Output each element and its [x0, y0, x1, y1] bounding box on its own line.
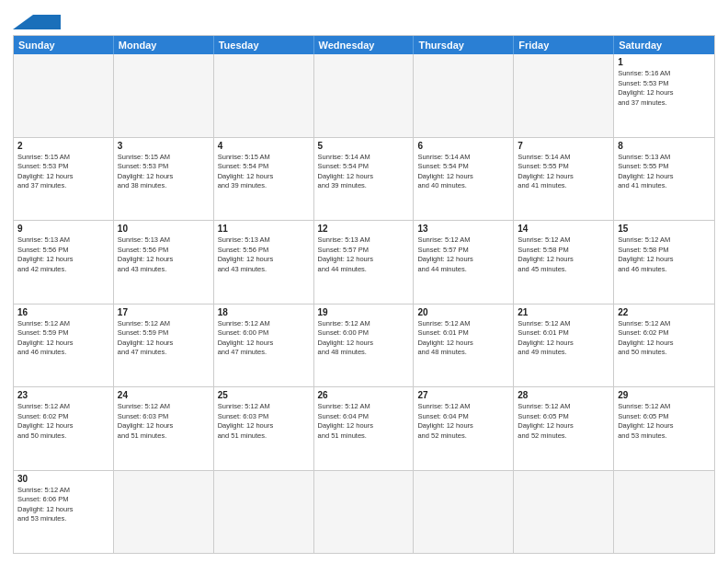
calendar-cell: 10Sunrise: 5:13 AM Sunset: 5:56 PM Dayli… — [114, 221, 214, 304]
day-number: 11 — [218, 224, 310, 234]
calendar-cell: 19Sunrise: 5:12 AM Sunset: 6:00 PM Dayli… — [314, 304, 415, 387]
calendar-cell — [114, 471, 214, 554]
day-info: Sunrise: 5:12 AM Sunset: 6:06 PM Dayligh… — [17, 486, 109, 524]
day-info: Sunrise: 5:15 AM Sunset: 5:53 PM Dayligh… — [118, 153, 210, 191]
calendar-cell: 27Sunrise: 5:12 AM Sunset: 6:04 PM Dayli… — [414, 387, 514, 470]
calendar-cell: 3Sunrise: 5:15 AM Sunset: 5:53 PM Daylig… — [114, 138, 214, 221]
day-info: Sunrise: 5:15 AM Sunset: 5:53 PM Dayligh… — [17, 153, 109, 191]
calendar-cell: 4Sunrise: 5:15 AM Sunset: 5:54 PM Daylig… — [214, 138, 314, 221]
day-number: 7 — [518, 141, 609, 151]
day-info: Sunrise: 5:12 AM Sunset: 6:03 PM Dayligh… — [218, 402, 310, 441]
calendar-cell: 12Sunrise: 5:13 AM Sunset: 5:57 PM Dayli… — [314, 221, 415, 304]
day-number: 12 — [318, 224, 410, 234]
day-number: 26 — [318, 390, 410, 400]
day-info: Sunrise: 5:14 AM Sunset: 5:54 PM Dayligh… — [417, 153, 509, 191]
calendar-cell — [314, 54, 415, 137]
calendar-cell: 14Sunrise: 5:12 AM Sunset: 5:58 PM Dayli… — [514, 221, 614, 304]
calendar-cell: 2Sunrise: 5:15 AM Sunset: 5:53 PM Daylig… — [14, 138, 114, 221]
calendar-cell — [414, 54, 514, 137]
calendar-cell — [114, 54, 214, 137]
calendar-cell: 21Sunrise: 5:12 AM Sunset: 6:01 PM Dayli… — [514, 304, 614, 387]
day-info: Sunrise: 5:12 AM Sunset: 6:05 PM Dayligh… — [518, 402, 609, 441]
day-info: Sunrise: 5:16 AM Sunset: 5:53 PM Dayligh… — [618, 69, 711, 108]
day-number: 18 — [218, 307, 310, 317]
day-number: 17 — [118, 307, 210, 317]
calendar-cell — [14, 54, 114, 137]
calendar-cell: 18Sunrise: 5:12 AM Sunset: 6:00 PM Dayli… — [214, 304, 314, 387]
day-info: Sunrise: 5:12 AM Sunset: 6:04 PM Dayligh… — [318, 402, 410, 441]
calendar-cell — [614, 471, 714, 554]
day-info: Sunrise: 5:13 AM Sunset: 5:56 PM Dayligh… — [218, 236, 310, 274]
day-number: 19 — [318, 307, 410, 317]
calendar-body: 1Sunrise: 5:16 AM Sunset: 5:53 PM Daylig… — [14, 54, 714, 553]
calendar-cell: 15Sunrise: 5:12 AM Sunset: 5:58 PM Dayli… — [614, 221, 714, 304]
day-number: 6 — [417, 141, 509, 151]
day-number: 27 — [417, 390, 509, 400]
day-number: 10 — [118, 224, 210, 234]
calendar-cell — [414, 471, 514, 554]
day-number: 5 — [318, 141, 410, 151]
day-number: 28 — [518, 390, 609, 400]
day-info: Sunrise: 5:12 AM Sunset: 6:00 PM Dayligh… — [318, 319, 410, 358]
day-info: Sunrise: 5:13 AM Sunset: 5:55 PM Dayligh… — [618, 153, 711, 191]
day-info: Sunrise: 5:12 AM Sunset: 6:04 PM Dayligh… — [417, 402, 509, 441]
day-number: 30 — [17, 474, 109, 484]
day-info: Sunrise: 5:15 AM Sunset: 5:54 PM Dayligh… — [218, 153, 310, 191]
day-info: Sunrise: 5:12 AM Sunset: 5:59 PM Dayligh… — [17, 319, 109, 358]
calendar-row-1: 2Sunrise: 5:15 AM Sunset: 5:53 PM Daylig… — [14, 138, 714, 222]
day-info: Sunrise: 5:12 AM Sunset: 5:57 PM Dayligh… — [417, 236, 509, 274]
calendar-cell: 17Sunrise: 5:12 AM Sunset: 5:59 PM Dayli… — [114, 304, 214, 387]
day-info: Sunrise: 5:13 AM Sunset: 5:57 PM Dayligh… — [318, 236, 410, 274]
day-info: Sunrise: 5:12 AM Sunset: 6:02 PM Dayligh… — [618, 319, 711, 358]
calendar-row-3: 16Sunrise: 5:12 AM Sunset: 5:59 PM Dayli… — [14, 304, 714, 388]
calendar-cell: 24Sunrise: 5:12 AM Sunset: 6:03 PM Dayli… — [114, 387, 214, 470]
calendar-cell — [214, 54, 314, 137]
day-number: 29 — [618, 390, 711, 400]
calendar-cell: 30Sunrise: 5:12 AM Sunset: 6:06 PM Dayli… — [14, 471, 114, 554]
calendar-header: SundayMondayTuesdayWednesdayThursdayFrid… — [14, 36, 714, 54]
calendar-cell: 23Sunrise: 5:12 AM Sunset: 6:02 PM Dayli… — [14, 387, 114, 470]
day-number: 4 — [218, 141, 310, 151]
logo-bar — [33, 15, 61, 29]
day-number: 2 — [17, 141, 109, 151]
day-number: 13 — [417, 224, 509, 234]
day-number: 16 — [17, 307, 109, 317]
calendar-cell: 8Sunrise: 5:13 AM Sunset: 5:55 PM Daylig… — [614, 138, 714, 221]
day-number: 24 — [118, 390, 210, 400]
header-day-sunday: Sunday — [14, 36, 114, 54]
calendar-cell: 9Sunrise: 5:13 AM Sunset: 5:56 PM Daylig… — [14, 221, 114, 304]
day-number: 14 — [518, 224, 609, 234]
logo — [13, 9, 61, 29]
day-info: Sunrise: 5:14 AM Sunset: 5:55 PM Dayligh… — [518, 153, 609, 191]
calendar-cell: 26Sunrise: 5:12 AM Sunset: 6:04 PM Dayli… — [314, 387, 415, 470]
calendar-cell: 5Sunrise: 5:14 AM Sunset: 5:54 PM Daylig… — [314, 138, 415, 221]
calendar-cell — [214, 471, 314, 554]
day-info: Sunrise: 5:12 AM Sunset: 6:01 PM Dayligh… — [417, 319, 509, 358]
header-day-thursday: Thursday — [414, 36, 514, 54]
calendar-row-5: 30Sunrise: 5:12 AM Sunset: 6:06 PM Dayli… — [14, 471, 714, 554]
calendar-cell: 13Sunrise: 5:12 AM Sunset: 5:57 PM Dayli… — [414, 221, 514, 304]
page: SundayMondayTuesdayWednesdayThursdayFrid… — [0, 0, 728, 563]
calendar-cell: 25Sunrise: 5:12 AM Sunset: 6:03 PM Dayli… — [214, 387, 314, 470]
calendar-cell: 1Sunrise: 5:16 AM Sunset: 5:53 PM Daylig… — [614, 54, 714, 137]
calendar-cell: 20Sunrise: 5:12 AM Sunset: 6:01 PM Dayli… — [414, 304, 514, 387]
calendar-cell: 29Sunrise: 5:12 AM Sunset: 6:05 PM Dayli… — [614, 387, 714, 470]
day-number: 20 — [417, 307, 509, 317]
calendar-cell: 6Sunrise: 5:14 AM Sunset: 5:54 PM Daylig… — [414, 138, 514, 221]
day-number: 22 — [618, 307, 711, 317]
calendar-row-0: 1Sunrise: 5:16 AM Sunset: 5:53 PM Daylig… — [14, 54, 714, 138]
header-day-friday: Friday — [514, 36, 614, 54]
day-number: 23 — [17, 390, 109, 400]
calendar-cell: 16Sunrise: 5:12 AM Sunset: 5:59 PM Dayli… — [14, 304, 114, 387]
day-info: Sunrise: 5:12 AM Sunset: 5:58 PM Dayligh… — [518, 236, 609, 274]
calendar-cell — [514, 54, 614, 137]
day-info: Sunrise: 5:12 AM Sunset: 6:02 PM Dayligh… — [17, 402, 109, 441]
header-day-monday: Monday — [114, 36, 214, 54]
calendar-cell — [514, 471, 614, 554]
header-day-saturday: Saturday — [614, 36, 714, 54]
day-number: 15 — [618, 224, 711, 234]
day-info: Sunrise: 5:12 AM Sunset: 5:58 PM Dayligh… — [618, 236, 711, 274]
day-info: Sunrise: 5:13 AM Sunset: 5:56 PM Dayligh… — [118, 236, 210, 274]
day-number: 1 — [618, 57, 711, 67]
logo-triangle-icon — [13, 15, 33, 29]
